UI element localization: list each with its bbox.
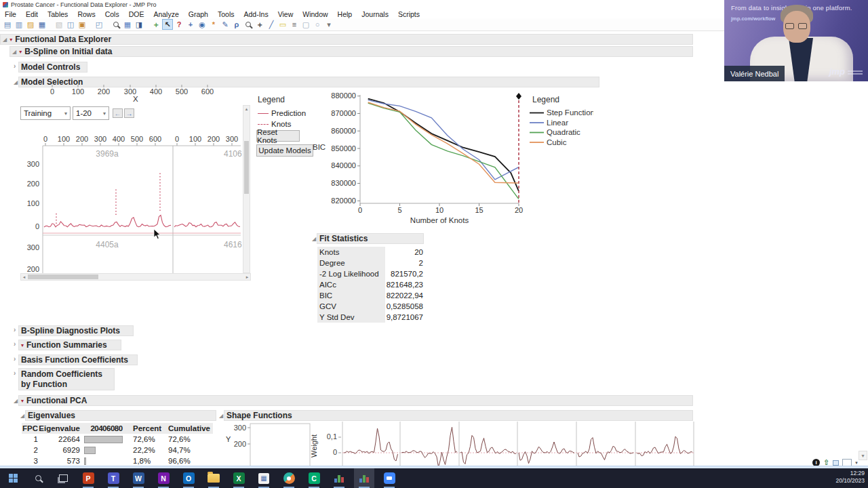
menu-doe[interactable]: DOE (124, 10, 149, 18)
toolbar-overflow-icon[interactable]: ▾ (323, 19, 334, 30)
menu-help[interactable]: Help (333, 10, 357, 18)
column-header[interactable]: Cumulative (165, 423, 213, 434)
training-dropdown[interactable]: Training▾ (20, 106, 71, 120)
collapse-icon[interactable]: ◢ (20, 413, 24, 419)
pen-tool-icon[interactable]: ╱ (266, 19, 277, 30)
menu-cols[interactable]: Cols (100, 10, 124, 18)
collapse-icon[interactable]: ◢ (14, 398, 18, 404)
section-eigenvalues[interactable]: Eigenvalues (25, 410, 216, 421)
collapse-icon[interactable]: ◢ (14, 79, 18, 85)
paint-tool-icon[interactable]: ✎ (220, 19, 231, 30)
video-overlay[interactable]: From data to insight - all in one platfo… (724, 0, 868, 81)
camtasia-recorder-icon[interactable] (279, 468, 299, 488)
prev-models-button[interactable]: ← (113, 108, 123, 118)
update-models-button[interactable]: Update Models (256, 144, 313, 157)
oval-tool-icon[interactable]: ○ (312, 19, 323, 30)
menu-analyze[interactable]: Analyze (149, 10, 183, 18)
section-random-coefficients[interactable]: Random Coefficients by Function (18, 368, 115, 390)
menu-tools[interactable]: Tools (213, 10, 239, 18)
scroll-down-icon[interactable]: ▾ (859, 451, 867, 460)
chevron-down-icon[interactable]: ▾ (855, 460, 858, 466)
column-header[interactable]: 20406080 (83, 423, 130, 434)
table-row[interactable]: 12266472,6%72,6% (22, 434, 220, 445)
collapse-icon[interactable]: ◢ (3, 37, 7, 43)
copy-icon[interactable]: ◫ (65, 19, 76, 30)
brush-tool-icon[interactable]: ◉ (197, 19, 208, 30)
text-tool-icon[interactable]: ≡ (289, 19, 300, 30)
paste-icon[interactable]: ▣ (77, 19, 87, 30)
powerpoint-icon[interactable]: P (78, 468, 98, 488)
section-model-controls[interactable]: Model Controls (18, 62, 87, 73)
new-script-icon[interactable]: ▥ (14, 19, 24, 30)
collapse-icon[interactable]: ◢ (312, 236, 316, 242)
bic-comparison-plot[interactable]: 8800008700008600008500008400008300008200… (309, 88, 593, 232)
rectangle-tool-icon[interactable]: ▢ (300, 19, 311, 30)
section-b-spline[interactable]: ◢ ▾ B-Spline on Initial data (9, 46, 693, 57)
column-header[interactable]: Eigenvalue (41, 423, 83, 434)
model-range-dropdown[interactable]: 1-20▾ (73, 106, 109, 120)
taskbar-clock[interactable]: 12:29 20/10/2023 (835, 470, 865, 485)
menu-journals[interactable]: Journals (357, 10, 393, 18)
section-functional-pca[interactable]: ▾ Functional PCA (18, 395, 693, 406)
section-diagnostic-plots[interactable]: B-Spline Diagnostic Plots (18, 325, 134, 336)
red-triangle-menu-icon[interactable]: ▾ (21, 398, 24, 404)
menu-view[interactable]: View (273, 10, 298, 18)
word-icon[interactable]: W (128, 468, 149, 488)
outlook-icon[interactable]: O (178, 468, 199, 488)
snipping-tool-icon[interactable]: ▦ (254, 468, 274, 488)
menu-edit[interactable]: Edit (21, 10, 43, 18)
camtasia-icon[interactable]: C (304, 468, 324, 488)
file-explorer-icon[interactable] (203, 468, 224, 488)
zoom-icon[interactable] (379, 468, 399, 488)
columns-viewer-icon[interactable]: ◨ (134, 19, 144, 30)
sticky-note-icon[interactable]: ▭ (277, 19, 288, 30)
grabber-tool-icon[interactable]: * (208, 19, 219, 30)
section-function-summaries[interactable]: ▾ Function Summaries (18, 340, 121, 350)
open-icon[interactable]: ▨ (25, 19, 36, 30)
excel-icon[interactable]: X (229, 468, 249, 488)
graph-builder-icon[interactable]: ＋ (151, 19, 161, 30)
lasso-tool-icon[interactable]: ρ (231, 19, 242, 30)
menu-rows[interactable]: Rows (73, 10, 100, 18)
expand-icon[interactable]: › (14, 62, 16, 70)
table-row[interactable]: 2692922,2%94,7% (22, 445, 220, 455)
menu-window[interactable]: Window (298, 10, 332, 18)
expand-icon[interactable]: › (14, 326, 16, 333)
onenote-icon[interactable]: N (153, 468, 174, 488)
section-fit-statistics[interactable]: Fit Statistics (317, 233, 424, 244)
search-button[interactable] (28, 468, 48, 488)
scrollbar-thumb[interactable] (28, 274, 98, 279)
next-models-button[interactable]: → (124, 108, 134, 118)
column-header[interactable]: FPC (22, 423, 41, 434)
arrow-tool-icon[interactable]: ↖ (162, 19, 173, 30)
start-button[interactable] (3, 468, 23, 488)
shape-functions-plot[interactable]: 300200YWeight0,10 (220, 419, 695, 466)
vertical-scrollbar[interactable]: ▴ (243, 105, 250, 273)
scrollbar-thumb[interactable] (244, 141, 249, 194)
table-row[interactable]: 35731,8%96,6% (22, 455, 220, 465)
red-triangle-menu-icon[interactable]: ▾ (9, 37, 12, 43)
section-basis-coefficients[interactable]: Basis Function Coefficients (18, 354, 138, 365)
crosshair-tool-icon[interactable]: + (185, 19, 196, 30)
search-icon[interactable] (111, 19, 121, 30)
zoom-tool-icon[interactable] (243, 19, 254, 30)
teams-icon[interactable]: T (103, 468, 123, 488)
scroll-left-icon[interactable]: ◂ (21, 274, 27, 280)
jmp-home-icon[interactable] (329, 468, 349, 488)
column-header[interactable]: Percent (130, 423, 165, 434)
menu-addins[interactable]: Add-Ins (239, 10, 273, 18)
new-journal-icon[interactable]: ▤ (2, 19, 13, 30)
expand-icon[interactable]: › (14, 369, 16, 377)
expand-icon[interactable]: › (14, 340, 16, 348)
scroll-right-icon[interactable]: ▸ (244, 274, 250, 280)
horizontal-scrollbar[interactable]: ◂ ▸ (20, 273, 251, 281)
red-triangle-menu-icon[interactable]: ▾ (19, 49, 22, 55)
menu-graph[interactable]: Graph (184, 10, 213, 18)
print-icon[interactable]: ▧ (54, 19, 64, 30)
window-list-icon[interactable] (833, 460, 839, 466)
menu-scripts[interactable]: Scripts (393, 10, 425, 18)
data-table-icon[interactable]: ▦ (122, 19, 133, 30)
scroll-up-icon[interactable]: ▴ (243, 106, 250, 112)
journal-capture-icon[interactable]: ◰ (94, 19, 104, 30)
collapse-icon[interactable]: ◢ (12, 49, 16, 55)
